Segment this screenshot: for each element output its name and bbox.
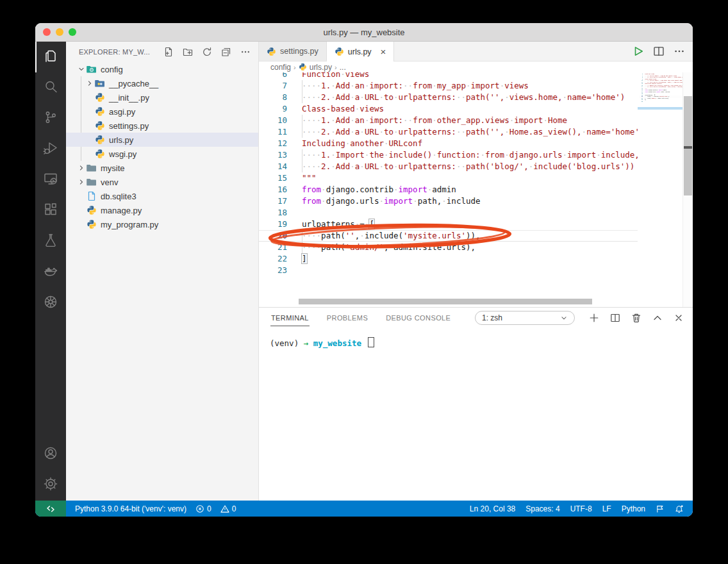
code-line-19[interactable]: 19urlpatterns·=·[ [259,219,638,230]
code-line-6[interactable]: 6Function·views [259,72,638,80]
tree-item-manage-py[interactable]: manage.py [66,203,258,217]
refresh-button[interactable] [202,47,212,57]
chevron-spacer [76,191,87,201]
line-number: 6 [259,72,287,80]
code-line-10[interactable]: 10····1.·Add·an·import:··from·other_app.… [259,115,638,126]
activity-bar-item-explorer[interactable] [35,42,66,72]
tree-item-urls-py[interactable]: urls.py [66,133,258,147]
terminal-selector-dropdown[interactable]: 1: zsh [475,311,575,325]
status-bar: Python 3.9.0 64-bit ('venv': venv)00 Ln … [35,501,693,517]
breadcrumb[interactable]: config›urls.py›... [259,62,693,72]
tree-item--init-py[interactable]: __init__.py [66,90,258,104]
code-line-14[interactable]: 14····2.·Add·a·URL·to·urlpatterns:··path… [259,161,638,172]
status-item[interactable]: UTF-8 [570,504,592,513]
line-number: 16 [259,184,287,195]
split-terminal-button[interactable] [610,313,620,323]
run-button[interactable] [633,46,644,57]
code-line-8[interactable]: 8····2.·Add·a·URL·to·urlpatterns:··path(… [259,92,638,103]
tree-item-venv[interactable]: venv [66,175,258,189]
horizontal-scrollbar-thumb[interactable] [299,299,592,304]
code-line-11[interactable]: 11····2.·Add·a·URL·to·urlpatterns:··path… [259,126,638,138]
editor-tab-urls-py[interactable]: urls.py× [327,42,395,62]
code-line-23[interactable]: 23 [639,101,683,103]
panel-tab-problems[interactable]: PROBLEMS [326,310,368,326]
close-tab-icon[interactable]: × [381,47,386,56]
title-bar[interactable]: urls.py — my_website [35,23,693,42]
line-number: 9 [259,103,287,115]
tree-item-my-program-py[interactable]: my_program.py [66,217,258,231]
panel-tab-debug-console[interactable]: DEBUG CONSOLE [385,310,451,326]
minimap[interactable]: 6Function·views7····1.·Add·an·import:··f… [638,72,683,307]
remote-indicator[interactable] [35,501,66,517]
status-item[interactable]: Python 3.9.0 64-bit ('venv': venv) [75,504,186,513]
warning-status-item[interactable]: 0 [220,504,236,513]
status-item[interactable]: Ln 20, Col 38 [470,504,515,513]
new-file-button[interactable] [163,47,174,57]
breadcrumb-item[interactable]: config [270,63,291,72]
breadcrumb-item[interactable]: urls.py [310,63,332,72]
tree-item-asgi-py[interactable]: asgi.py [66,104,258,119]
code-line-18[interactable]: 18 [259,207,638,219]
kill-terminal-button[interactable] [631,313,641,323]
tree-item-db-sqlite3[interactable]: db.sqlite3 [66,189,258,203]
activity-bar-item-testing[interactable] [35,226,66,257]
minimize-window-button[interactable] [56,28,63,36]
maximize-panel-button[interactable] [652,313,663,323]
terminal-output[interactable]: (venv) → my_website [259,328,693,348]
window-title: urls.py — my_website [323,28,404,37]
status-item[interactable]: Spaces: 4 [525,504,559,513]
activity-bar-item-docker[interactable] [35,257,66,288]
activity-bar-item-manage[interactable] [35,470,66,501]
chevron-right-icon [76,163,87,173]
more-editor-actions-button[interactable] [674,46,685,57]
activity-bar-item-run-debug[interactable] [35,134,66,165]
code-line-20[interactable]: 20····path('',·include('mysite.urls')), [259,230,638,242]
code-line-23[interactable]: 23 [259,265,638,276]
collapse-folders-button[interactable] [221,47,231,57]
code-line-21[interactable]: 21····path('admin/',·admin.site.urls), [259,242,638,253]
bell-status-item[interactable] [675,504,684,513]
chevron-spacer [76,205,87,215]
tree-item-config[interactable]: config [66,62,258,76]
status-item[interactable]: LF [602,504,611,513]
more-actions-button[interactable] [240,47,251,57]
zoom-window-button[interactable] [69,28,76,36]
tree-item-wsgi-py[interactable]: wsgi.py [66,147,258,161]
panel-tab-terminal[interactable]: TERMINAL [270,310,310,326]
tree-item-label: asgi.py [109,107,135,117]
tree-item-mysite[interactable]: mysite [66,161,258,175]
activity-bar-item-extensions[interactable] [35,195,66,226]
code-line-13[interactable]: 13····1.·Import·the·include()·function:·… [259,149,638,161]
new-terminal-button[interactable] [589,313,599,323]
split-editor-button[interactable] [653,46,665,57]
activity-bar-item-accounts[interactable] [35,439,66,470]
vertical-scrollbar[interactable] [682,72,693,307]
tree-item-label: venv [101,178,118,187]
terminal-venv-prefix: (venv) [270,338,299,348]
code-line-17[interactable]: 17from·django.urls·import·path,·include [259,195,638,207]
code-editor[interactable]: 6Function·views7····1.·Add·an·import:··f… [259,72,693,307]
feedback-status-item[interactable] [656,504,665,513]
code-line-15[interactable]: 15""" [259,172,638,184]
activity-bar-item-remote-explorer[interactable] [35,165,66,195]
tree-item--pycache-[interactable]: __pycache__ [66,76,258,90]
close-window-button[interactable] [43,28,51,36]
activity-bar-item-search[interactable] [35,72,66,103]
code-line-22[interactable]: 22] [259,253,638,265]
code-line-7[interactable]: 7····1.·Add·an·import:··from·my_app·impo… [259,80,638,92]
tree-item-settings-py[interactable]: settings.py [66,119,258,133]
close-panel-button[interactable] [674,313,684,323]
code-line-12[interactable]: 12Including·another·URLconf [259,138,638,149]
breadcrumb-item[interactable]: ... [340,63,346,72]
new-folder-button[interactable] [183,47,193,57]
files-icon [43,48,58,66]
line-number: 7 [259,80,287,92]
activity-bar-item-source-control[interactable] [35,103,66,134]
code-line-16[interactable]: 16from·django.contrib·import·admin [259,184,638,195]
line-number: 14 [259,161,287,172]
error-status-item[interactable]: 0 [195,504,211,513]
code-line-9[interactable]: 9Class-based·views [259,103,638,115]
activity-bar-item-kubernetes[interactable] [35,288,66,319]
editor-tab-settings-py[interactable]: settings.py [259,42,327,61]
status-item[interactable]: Python [622,504,645,513]
